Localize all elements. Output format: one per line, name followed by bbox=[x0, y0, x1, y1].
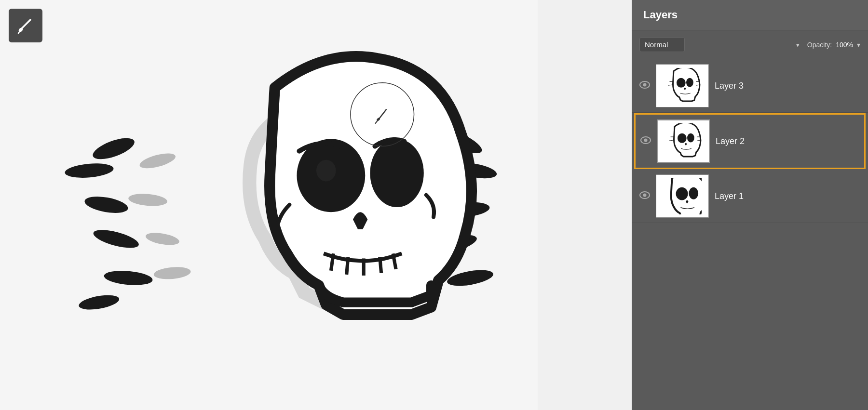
svg-point-50 bbox=[643, 193, 647, 197]
blend-mode-select[interactable]: Normal Multiply Screen Overlay bbox=[639, 37, 685, 52]
svg-point-8 bbox=[78, 292, 120, 312]
layer1-name: Layer 1 bbox=[715, 191, 860, 201]
svg-point-12 bbox=[153, 265, 191, 280]
svg-point-42 bbox=[644, 138, 648, 142]
eye-icon-layer2[interactable] bbox=[640, 136, 651, 146]
svg-line-25 bbox=[347, 257, 348, 274]
layers-panel-header: Layers bbox=[632, 0, 868, 30]
layer1-thumbnail bbox=[656, 174, 709, 218]
opacity-label: Opacity: bbox=[807, 41, 832, 49]
svg-point-51 bbox=[676, 187, 688, 200]
tool-icon-brush[interactable] bbox=[9, 9, 42, 42]
opacity-chevron[interactable]: ▾ bbox=[857, 41, 860, 49]
layer2-name: Layer 2 bbox=[716, 136, 859, 146]
layer-item-3[interactable]: Layer 3 bbox=[632, 59, 868, 113]
svg-point-44 bbox=[687, 133, 694, 142]
layers-panel: Layers Normal Multiply Screen Overlay Op… bbox=[632, 0, 868, 410]
svg-point-11 bbox=[145, 231, 180, 247]
layers-title: Layers bbox=[643, 9, 678, 21]
svg-point-36 bbox=[686, 78, 693, 87]
svg-point-22 bbox=[370, 139, 423, 207]
eye-icon-layer3[interactable] bbox=[639, 81, 650, 91]
svg-point-9 bbox=[138, 150, 177, 171]
eye-icon-layer1[interactable] bbox=[639, 191, 650, 201]
svg-point-35 bbox=[677, 78, 686, 87]
svg-line-27 bbox=[380, 257, 381, 273]
layer2-thumbnail bbox=[657, 119, 710, 163]
layer3-thumbnail bbox=[656, 64, 709, 107]
svg-point-5 bbox=[83, 194, 129, 216]
skull-illustration bbox=[39, 14, 521, 395]
svg-point-7 bbox=[103, 269, 153, 287]
layer3-name: Layer 3 bbox=[715, 81, 860, 91]
svg-point-6 bbox=[92, 226, 140, 252]
svg-line-0 bbox=[22, 20, 30, 28]
svg-point-43 bbox=[678, 133, 687, 143]
svg-point-4 bbox=[64, 162, 114, 180]
layer-item-1[interactable]: Layer 1 bbox=[632, 170, 868, 223]
opacity-control: Opacity: 100% ▾ bbox=[807, 41, 860, 49]
layer-item-2[interactable]: Layer 2 bbox=[636, 115, 864, 168]
svg-line-24 bbox=[331, 253, 333, 270]
canvas-area bbox=[0, 0, 538, 410]
svg-line-2 bbox=[18, 31, 20, 33]
svg-point-10 bbox=[128, 192, 168, 207]
svg-point-34 bbox=[643, 83, 647, 86]
blend-mode-wrapper: Normal Multiply Screen Overlay bbox=[639, 37, 803, 52]
svg-point-23 bbox=[316, 160, 336, 182]
svg-point-3 bbox=[90, 134, 137, 164]
svg-point-52 bbox=[689, 187, 698, 199]
opacity-value: 100% bbox=[836, 41, 853, 49]
layers-controls: Normal Multiply Screen Overlay Opacity: … bbox=[632, 30, 868, 59]
